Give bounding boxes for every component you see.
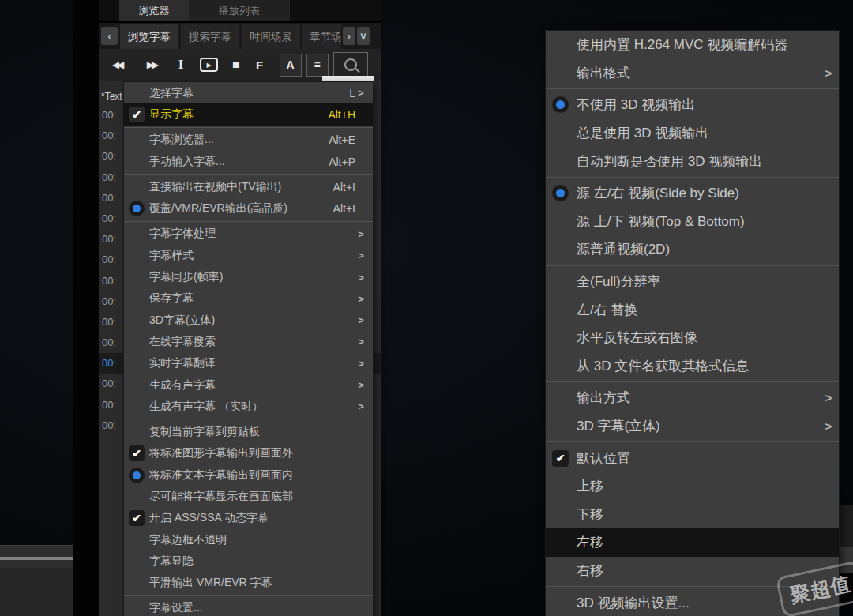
subtitle-menu-item-label: 尽可能将字幕显示在画面底部 xyxy=(149,490,293,504)
state-placeholder xyxy=(129,132,145,148)
3d-menu-item[interactable]: 水平反转左或右图像 xyxy=(546,324,839,352)
subtitle-menu-item[interactable]: 将标准文本字幕输出到画面内 xyxy=(124,464,373,486)
tab-dropdown-icon[interactable]: ∨ xyxy=(357,27,370,45)
subtab-time-scene[interactable]: 时间场景 xyxy=(242,24,300,49)
subtitle-menu-item[interactable]: 生成有声字幕 （实时）> xyxy=(124,396,373,417)
subtitle-menu-item-right: L> xyxy=(349,87,366,100)
3d-menu-item[interactable]: ✔默认位置 xyxy=(546,444,839,472)
submenu-arrow-icon: > xyxy=(355,87,366,99)
subtitle-menu-item-label: 字幕显隐 xyxy=(149,554,194,569)
subtitle-menu-item-right: Alt+P xyxy=(329,156,366,168)
font-style-icon[interactable]: F xyxy=(254,58,265,72)
subtitle-menu-item[interactable]: 选择字幕L> xyxy=(124,82,373,103)
3d-menu-item[interactable]: 输出格式> xyxy=(546,59,839,88)
subtitle-menu-item[interactable]: 复制当前字幕到剪贴板 xyxy=(124,421,373,442)
seekbar[interactable] xyxy=(0,557,73,560)
magnifier-glyph xyxy=(344,58,357,71)
ass-style-icon[interactable]: A xyxy=(280,54,302,77)
state-placeholder xyxy=(552,358,569,374)
subtitle-menu-item[interactable]: 尽可能将字幕显示在画面底部 xyxy=(124,486,373,507)
subtitle-menu-item-label: 字幕设置... xyxy=(149,601,203,615)
3d-menu-item[interactable]: 不使用 3D 视频输出 xyxy=(546,91,839,119)
subtab-browse-subtitles[interactable]: 浏览字幕 xyxy=(120,24,178,49)
subtitle-menu-item[interactable]: 字幕边框不透明 xyxy=(124,529,373,550)
subtitle-menu-item[interactable]: 字幕显隐 xyxy=(124,550,373,572)
subtitle-menu-item[interactable]: 平滑输出 VMR/EVR 字幕 xyxy=(124,573,373,594)
3d-menu-item-label: 默认位置 xyxy=(577,449,630,468)
subtitle-menu-item[interactable]: 覆盖/VMR/EVR输出(高品质)Alt+I xyxy=(124,197,373,219)
subtitle-menu-item[interactable]: 字幕设置... xyxy=(124,598,373,616)
subtitle-menu-item[interactable]: 字幕字体处理> xyxy=(124,223,373,245)
tab-browser[interactable]: 浏览器 xyxy=(119,0,189,21)
state-placeholder xyxy=(552,153,569,170)
submenu-arrow-icon: > xyxy=(355,314,366,326)
3d-menu-item-label: 使用内置 H.264 MVC 视频编解码器 xyxy=(577,36,787,54)
submenu-arrow-icon: > xyxy=(823,66,834,80)
search-icon[interactable] xyxy=(333,52,368,78)
subtitle-menu-item-label: 在线字幕搜索 xyxy=(149,335,216,349)
subtitle-menu-item[interactable]: 生成有声字幕> xyxy=(124,374,373,396)
stop-subtitle-icon[interactable]: ■ xyxy=(232,58,240,72)
tab-scroll-right-icon[interactable]: › xyxy=(343,27,355,45)
subtitle-menu-item[interactable]: ✔将标准图形字幕输出到画面外 xyxy=(124,443,373,464)
shortcut-label: Alt+P xyxy=(329,156,355,168)
subtab-chapter-scene[interactable]: 章节场 xyxy=(302,24,341,49)
submenu-arrow-icon: > xyxy=(355,228,366,240)
subtitle-menu-item[interactable]: 在线字幕搜索> xyxy=(124,331,373,352)
3d-menu-item-label: 下移 xyxy=(577,505,603,524)
play-subtitle-icon[interactable]: ▶ xyxy=(200,58,218,72)
subtitle-menu-item-right: > xyxy=(355,336,366,347)
subtitle-menu-item[interactable]: 手动输入字幕...Alt+P xyxy=(124,151,373,172)
subtitle-menu-item-label: 生成有声字幕 （实时） xyxy=(149,400,263,414)
3d-menu-item[interactable]: 自动判断是否使用 3D 视频输出 xyxy=(546,147,839,175)
3d-menu-item[interactable]: 总是使用 3D 视频输出 xyxy=(546,119,839,148)
text-cursor-icon[interactable]: I xyxy=(176,57,186,73)
subtitle-menu-item-right: > xyxy=(355,250,366,261)
tab-playlist[interactable]: 播放列表 xyxy=(189,0,290,21)
subtitle-menu-item[interactable]: ✔显示字幕Alt+H xyxy=(124,103,373,125)
3d-menu-item[interactable]: 上移 xyxy=(546,472,839,501)
radio-dot xyxy=(556,189,565,197)
3d-menu-item[interactable]: 输出方式> xyxy=(546,384,839,412)
subtitle-menu-item[interactable]: 字幕同步(帧率)> xyxy=(124,266,373,287)
subtab-search-subtitles[interactable]: 搜索字幕 xyxy=(181,24,239,49)
subtitle-menu-item[interactable]: 直接输出在视频中(TV输出)Alt+I xyxy=(124,176,373,197)
state-placeholder xyxy=(129,248,145,264)
3d-menu-item[interactable]: 左移 xyxy=(546,528,839,557)
subtitle-menu-item[interactable]: 保存字幕> xyxy=(124,288,373,310)
subtitle-menu-item-label: 开启 ASS/SSA 动态字幕 xyxy=(149,511,269,525)
subtitle-menu-item[interactable]: ✔开启 ASS/SSA 动态字幕 xyxy=(124,508,373,529)
3d-menu-item[interactable]: 使用内置 H.264 MVC 视频编解码器 xyxy=(546,31,839,59)
state-placeholder xyxy=(129,179,145,195)
3d-menu-item[interactable]: 源普通视频(2D) xyxy=(546,235,839,264)
subtitle-menu-item-right: Alt+I xyxy=(333,181,366,193)
3d-menu-item[interactable]: 源 左/右 视频(Side by Side) xyxy=(546,179,839,208)
3d-menu-item[interactable]: 3D 字幕(立体)> xyxy=(546,412,839,441)
skip-back-icon[interactable]: ◀◀ xyxy=(107,59,127,70)
checkmark-icon: ✔ xyxy=(129,510,145,526)
subtitle-menu-item[interactable]: 字幕样式> xyxy=(124,245,373,266)
skip-forward-icon[interactable]: ▶▶ xyxy=(141,59,162,70)
tab-scroll-left-icon[interactable]: ‹ xyxy=(101,27,118,45)
3d-menu-item-label: 上移 xyxy=(577,477,603,495)
subtitle-menu-item-label: 覆盖/VMR/EVR输出(高品质) xyxy=(149,201,287,216)
state-placeholder xyxy=(129,554,145,569)
subtitle-menu-item[interactable]: 字幕浏览器...Alt+E xyxy=(124,130,373,151)
state-placeholder xyxy=(129,489,145,505)
submenu-arrow-icon: > xyxy=(355,400,366,412)
subtitle-menu-item-label: 直接输出在视频中(TV输出) xyxy=(149,180,281,194)
3d-menu-item[interactable]: 从 3D 文件名获取其格式信息 xyxy=(546,352,839,381)
state-placeholder xyxy=(129,424,145,440)
subtitle-menu-item[interactable]: 实时字幕翻译> xyxy=(124,353,373,374)
subtitle-menu-item-right: Alt+E xyxy=(329,133,366,146)
subtitle-menu-item[interactable]: 3D字幕(立体)> xyxy=(124,310,373,331)
state-placeholder xyxy=(129,269,145,285)
subtitle-menu-item-label: 手动输入字幕... xyxy=(149,155,225,169)
3d-menu-item[interactable]: 源 上/下 视频(Top & Bottom) xyxy=(546,208,839,236)
3d-menu-item-label: 自动判断是否使用 3D 视频输出 xyxy=(577,152,762,171)
state-placeholder xyxy=(552,534,569,550)
3d-menu-item[interactable]: 下移 xyxy=(546,501,839,529)
3d-menu-item[interactable]: 全(Full)分辨率 xyxy=(546,268,839,296)
menu-list-icon[interactable]: ≡ xyxy=(306,54,329,77)
3d-menu-item[interactable]: 左/右 替换 xyxy=(546,295,839,324)
